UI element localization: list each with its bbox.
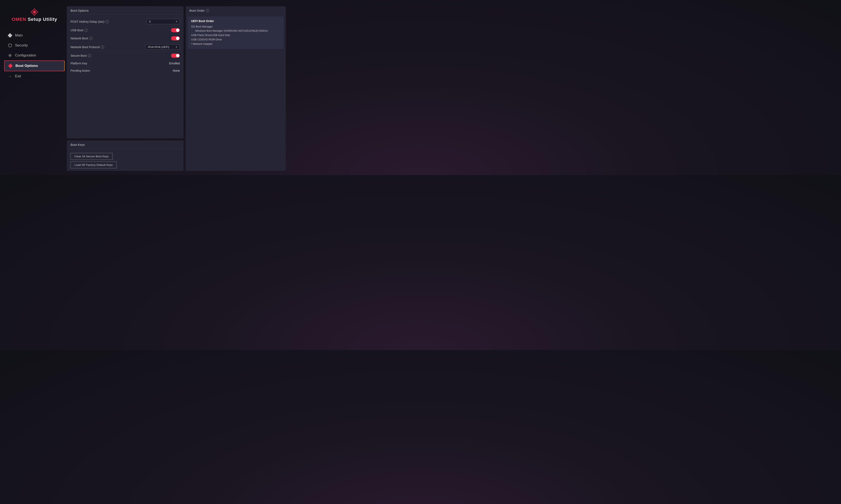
app-title: OMEN Setup Utility <box>12 17 57 22</box>
secure-boot-toggle[interactable] <box>171 54 180 58</box>
sidebar: OMEN Setup Utility Main Security <box>4 6 65 171</box>
network-boot-protocol-dropdown[interactable]: IPv4+IPv6 (UEFI) ▼ <box>145 44 180 50</box>
load-hp-factory-default-keys-button[interactable]: Load HP Factory Default Keys <box>70 161 117 168</box>
boot-options-panel: Boot Options POST HotKey Delay (sec) i 0… <box>67 6 184 138</box>
sidebar-item-boot-options[interactable]: Boot Options <box>4 60 65 71</box>
arrow-right-icon: → <box>8 74 12 78</box>
main-content: Boot Options POST HotKey Delay (sec) i 0… <box>67 6 288 171</box>
svg-point-3 <box>10 55 11 56</box>
clear-all-secure-boot-keys-button[interactable]: Clear All Secure Boot Keys <box>70 153 113 160</box>
app-title-rest: Setup Utility <box>26 17 57 22</box>
usb-boot-info-icon: i <box>85 29 88 32</box>
network-boot-protocol-arrow-icon: ▼ <box>175 46 177 48</box>
network-boot-toggle[interactable] <box>171 36 180 40</box>
usb-boot-label: USB Boot i <box>70 29 88 32</box>
network-boot-protocol-label: Network Boot Protocol i <box>70 46 104 49</box>
boot-options-header-text: Boot Options <box>70 9 89 12</box>
secure-boot-label: Secure Boot i <box>70 54 91 57</box>
sidebar-item-configuration-label: Configuration <box>15 53 36 57</box>
logo-area: OMEN Setup Utility <box>4 8 65 24</box>
shield-icon <box>8 43 12 48</box>
network-boot-info-icon: i <box>89 37 92 40</box>
post-hotkey-delay-label: POST HotKey Delay (sec) i <box>70 20 109 23</box>
boot-order-list: UEFI Boot Order OS Boot Manager Windows … <box>188 16 284 49</box>
platform-key-label: Platform Key <box>70 62 87 65</box>
boot-order-info-icon: i <box>206 9 209 12</box>
sidebar-item-security[interactable]: Security <box>4 40 65 50</box>
boot-order-item-usb-cdvd: USB CD/DVD ROM Drive <box>191 37 280 42</box>
sidebar-item-security-label: Security <box>15 43 28 48</box>
screen: OMEN Setup Utility Main Security <box>0 0 292 175</box>
pending-action-row: Pending Action None <box>70 67 180 74</box>
network-boot-protocol-row: Network Boot Protocol i IPv4+IPv6 (UEFI)… <box>70 42 180 52</box>
boot-order-item-os-boot-manager: OS Boot Manager <box>191 24 280 29</box>
sidebar-item-main[interactable]: Main <box>4 31 65 40</box>
post-hotkey-arrow-icon: ▼ <box>175 20 177 23</box>
post-hotkey-value: 0 <box>149 20 151 23</box>
top-row: Boot Options POST HotKey Delay (sec) i 0… <box>67 6 288 171</box>
sidebar-item-exit[interactable]: → Exit <box>4 71 65 81</box>
post-hotkey-info-icon: i <box>105 20 109 23</box>
gear-icon <box>8 53 12 57</box>
boot-order-header: Boot Order i <box>186 6 286 14</box>
usb-boot-row: USB Boot i <box>70 26 180 34</box>
boot-order-panel: Boot Order i UEFI Boot Order OS Boot Man… <box>186 6 286 171</box>
secure-boot-info-icon: i <box>88 54 91 57</box>
diamond-accent-icon <box>8 64 13 68</box>
network-boot-row: Network Boot i <box>70 34 180 42</box>
boot-keys-panel-header: Boot Keys <box>67 140 184 149</box>
sidebar-item-configuration[interactable]: Configuration <box>4 50 65 60</box>
boot-keys-header-text: Boot Keys <box>70 143 85 146</box>
boot-order-item-windows-boot-manager: Windows Boot Manager (SAMSUNG MZVLB512HB… <box>191 29 280 33</box>
secure-boot-row: Secure Boot i <box>70 52 180 60</box>
pending-action-label: Pending Action <box>70 69 90 72</box>
sidebar-item-main-label: Main <box>15 33 23 37</box>
diamond-icon <box>8 33 12 37</box>
usb-boot-toggle[interactable] <box>171 28 180 32</box>
network-boot-protocol-value: IPv4+IPv6 (UEFI) <box>148 46 169 49</box>
sidebar-item-exit-label: Exit <box>15 74 21 78</box>
boot-options-panel-header: Boot Options <box>67 6 184 15</box>
uefi-boot-order-title: UEFI Boot Order <box>191 19 280 23</box>
boot-keys-body: Clear All Secure Boot Keys Load HP Facto… <box>67 149 184 171</box>
sidebar-item-boot-options-label: Boot Options <box>15 64 38 68</box>
boot-options-body: POST HotKey Delay (sec) i 0 ▼ USB Bo <box>67 15 184 77</box>
boot-order-header-text: Boot Order <box>189 9 205 12</box>
platform-key-value: Enrolled <box>169 62 180 65</box>
omen-logo-icon <box>31 8 38 16</box>
post-hotkey-delay-row: POST HotKey Delay (sec) i 0 ▼ <box>70 17 180 26</box>
post-hotkey-dropdown[interactable]: 0 ▼ <box>147 19 180 24</box>
boot-order-item-network-adapter: ! Network Adapter <box>191 42 280 46</box>
platform-key-row: Platform Key Enrolled <box>70 60 180 67</box>
boot-keys-panel: Boot Keys Clear All Secure Boot Keys Loa… <box>67 140 184 171</box>
boot-order-item-usb-flash-drive: USB Flash Drive/USB Hard Disk <box>191 33 280 37</box>
network-boot-label: Network Boot i <box>70 37 92 40</box>
app-title-omen: OMEN <box>12 17 26 22</box>
network-boot-protocol-info-icon: i <box>101 46 104 49</box>
pending-action-value: None <box>173 69 180 72</box>
